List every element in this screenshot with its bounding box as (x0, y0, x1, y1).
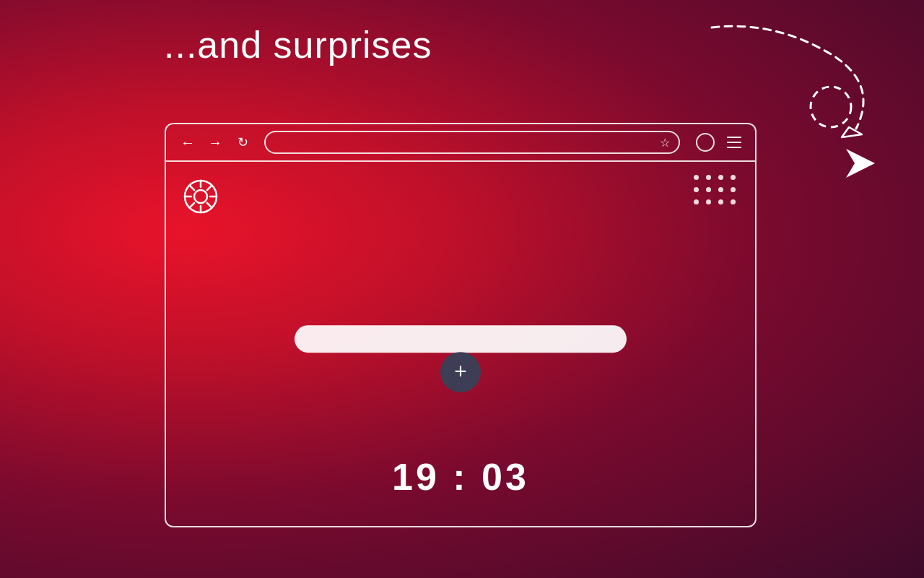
back-button[interactable]: ← (178, 132, 198, 152)
browser-toolbar: ← → ↻ ☆ (166, 124, 755, 162)
menu-line-1 (727, 137, 741, 138)
dot-9 (694, 199, 699, 204)
dot-10 (706, 199, 711, 204)
reload-button[interactable]: ↻ (232, 132, 253, 152)
svg-line-8 (190, 186, 194, 190)
browser-window: ← → ↻ ☆ (165, 123, 757, 527)
svg-line-9 (207, 203, 212, 207)
dot-5 (694, 187, 699, 192)
dot-7 (718, 187, 723, 192)
search-bar[interactable] (295, 325, 627, 353)
browser-content: + 19 : 03 (166, 162, 755, 526)
headline-text: ...and surprises (164, 23, 432, 66)
menu-line-2 (727, 142, 741, 143)
dot-4 (731, 175, 736, 180)
svg-marker-2 (846, 149, 875, 178)
dot-12 (731, 199, 736, 204)
profile-button[interactable] (696, 133, 715, 152)
svg-point-0 (811, 87, 851, 127)
pointer-arrow (839, 142, 882, 185)
dot-8 (731, 187, 736, 192)
timer-display: 19 : 03 (392, 455, 529, 499)
svg-point-3 (194, 190, 207, 203)
address-bar[interactable]: ☆ (264, 131, 680, 154)
dot-1 (694, 175, 699, 180)
svg-line-11 (190, 203, 194, 207)
dot-11 (718, 199, 723, 204)
bookmark-icon: ☆ (660, 136, 670, 150)
dot-3 (718, 175, 723, 180)
menu-button[interactable] (725, 133, 744, 152)
plus-icon: + (454, 361, 467, 382)
add-button[interactable]: + (440, 352, 481, 392)
apps-grid-icon[interactable] (694, 175, 738, 207)
menu-line-3 (727, 147, 741, 148)
dot-6 (706, 187, 711, 192)
toolbar-right (696, 133, 744, 152)
svg-line-10 (207, 186, 212, 190)
dot-2 (706, 175, 711, 180)
forward-button[interactable]: → (205, 132, 225, 152)
gear-icon (182, 178, 219, 218)
